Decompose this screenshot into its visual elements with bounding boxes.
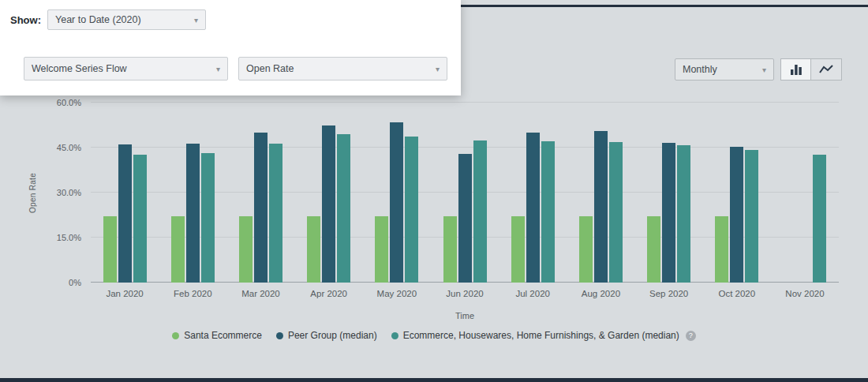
chart-controls: Monthly ▾: [675, 58, 842, 81]
x-tick-label: Nov 2020: [771, 289, 839, 298]
x-tick-label: Aug 2020: [567, 289, 634, 298]
bar[interactable]: [579, 216, 593, 283]
x-tick-label: Oct 2020: [703, 289, 771, 298]
x-axis-title: Time: [91, 311, 839, 320]
bar[interactable]: [239, 216, 253, 283]
bar[interactable]: [745, 150, 758, 283]
flow-dropdown[interactable]: Welcome Series Flow ▾: [24, 57, 228, 81]
bar[interactable]: [103, 216, 117, 283]
chevron-down-icon: ▾: [194, 16, 198, 24]
y-tick-label: 45.0%: [57, 143, 81, 152]
bar-group: [431, 103, 499, 283]
legend-item[interactable]: Peer Group (median): [276, 330, 377, 341]
line-chart-icon: [819, 64, 833, 75]
chevron-down-icon: ▾: [216, 65, 220, 73]
chart: Open Rate 0%15.0%30.0%45.0%60.0% Jan 202…: [0, 96, 868, 374]
bar-groups: [91, 103, 839, 283]
bar-group: [703, 103, 771, 283]
chart-type-toggle: [780, 58, 842, 81]
x-tick-label: Feb 2020: [159, 289, 226, 298]
help-icon[interactable]: ?: [686, 331, 696, 341]
flow-value: Welcome Series Flow: [32, 63, 127, 74]
bar-group: [295, 103, 363, 283]
bar[interactable]: [730, 147, 743, 283]
bar-group: [499, 103, 567, 283]
bar[interactable]: [405, 137, 418, 283]
bar-group: [567, 103, 634, 283]
bar[interactable]: [715, 216, 728, 283]
metric-value: Open Rate: [246, 63, 294, 74]
bottom-border: [0, 378, 868, 382]
bar[interactable]: [662, 143, 675, 283]
bar-chart-icon: [790, 64, 803, 75]
bar-group: [771, 103, 839, 283]
bar[interactable]: [390, 122, 403, 283]
bar[interactable]: [133, 155, 147, 283]
bar[interactable]: [375, 216, 388, 283]
bar[interactable]: [269, 144, 282, 283]
bar[interactable]: [458, 154, 472, 283]
x-tick-label: Jul 2020: [499, 289, 567, 298]
line-chart-toggle-button[interactable]: [811, 58, 842, 81]
y-tick-label: 0%: [69, 278, 81, 287]
chevron-down-icon: ▾: [436, 65, 440, 73]
bar-group: [226, 103, 294, 283]
bar[interactable]: [609, 142, 623, 283]
x-tick-label: May 2020: [363, 289, 431, 298]
metric-dropdown[interactable]: Open Rate ▾: [238, 57, 447, 81]
show-dropdown[interactable]: Year to Date (2020) ▾: [47, 9, 206, 30]
legend-dot: [172, 332, 179, 339]
bar[interactable]: [337, 134, 350, 283]
bar[interactable]: [813, 155, 826, 283]
y-tick-label: 60.0%: [57, 98, 81, 107]
legend-item[interactable]: Ecommerce, Housewares, Home Furnishings,…: [391, 330, 696, 341]
x-tick-label: Jun 2020: [431, 289, 499, 298]
interval-value: Monthly: [683, 64, 717, 75]
plot-area: [91, 103, 839, 283]
legend: Santa EcommercePeer Group (median)Ecomme…: [0, 330, 868, 341]
bar-group: [635, 103, 703, 283]
bar[interactable]: [647, 216, 660, 283]
bar[interactable]: [254, 133, 268, 283]
bar[interactable]: [511, 216, 525, 283]
show-value: Year to Date (2020): [55, 14, 141, 25]
x-tick-label: Apr 2020: [295, 289, 363, 298]
bar[interactable]: [541, 141, 555, 283]
bar-group: [91, 103, 159, 283]
bar[interactable]: [186, 144, 200, 283]
y-tick-label: 15.0%: [57, 233, 81, 242]
legend-label: Ecommerce, Housewares, Home Furnishings,…: [403, 330, 679, 341]
x-tick-label: Mar 2020: [226, 289, 294, 298]
bar[interactable]: [473, 140, 487, 283]
show-row: Show: Year to Date (2020) ▾: [10, 9, 206, 30]
bar[interactable]: [443, 216, 457, 283]
legend-dot: [391, 332, 398, 339]
bar[interactable]: [118, 144, 132, 283]
filter-panel: Show: Year to Date (2020) ▾ Welcome Seri…: [0, 0, 461, 96]
chevron-down-icon: ▾: [762, 66, 766, 74]
y-axis: 0%15.0%30.0%45.0%60.0%: [0, 103, 85, 283]
bar[interactable]: [594, 131, 608, 283]
bar[interactable]: [171, 216, 185, 283]
legend-item[interactable]: Santa Ecommerce: [172, 330, 262, 341]
bar[interactable]: [322, 125, 335, 283]
bar[interactable]: [677, 145, 690, 283]
bar[interactable]: [526, 133, 540, 283]
bar[interactable]: [201, 153, 215, 283]
interval-dropdown[interactable]: Monthly ▾: [675, 58, 774, 81]
bar-chart-toggle-button[interactable]: [780, 58, 811, 81]
bar[interactable]: [307, 216, 320, 283]
bar-group: [363, 103, 431, 283]
x-tick-label: Jan 2020: [91, 289, 159, 298]
bar-group: [159, 103, 226, 283]
flow-metric-row: Welcome Series Flow ▾ Open Rate ▾: [24, 57, 447, 81]
x-axis: Jan 2020Feb 2020Mar 2020Apr 2020May 2020…: [91, 289, 839, 298]
x-tick-label: Sep 2020: [635, 289, 703, 298]
y-tick-label: 30.0%: [57, 188, 81, 197]
legend-label: Peer Group (median): [288, 330, 377, 341]
legend-label: Santa Ecommerce: [184, 330, 262, 341]
show-label: Show:: [10, 14, 41, 26]
legend-dot: [276, 332, 283, 339]
